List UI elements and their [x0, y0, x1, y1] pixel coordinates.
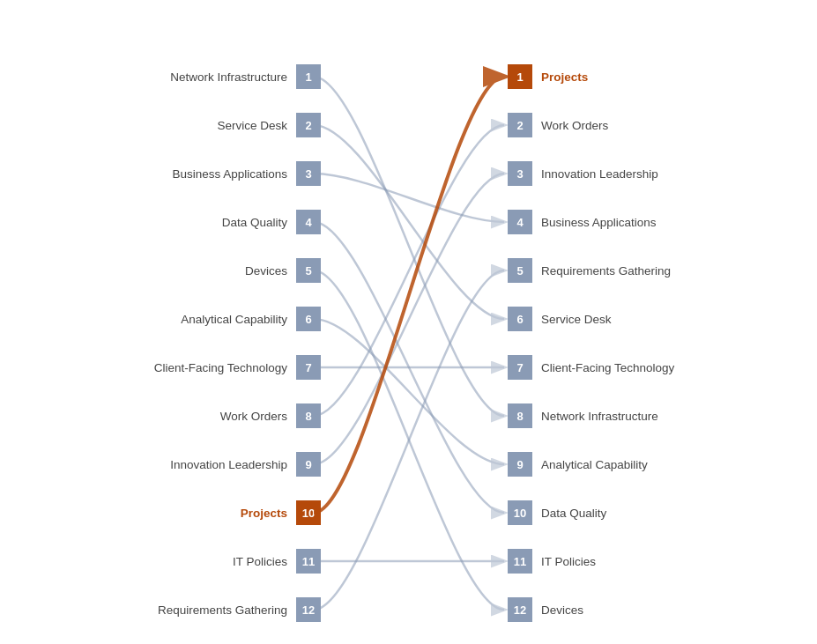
right-badge: 5 — [508, 258, 532, 283]
left-item-row: Data Quality4 — [0, 198, 326, 246]
left-item-row: Devices5 — [0, 247, 326, 294]
right-item-label: Innovation Leadership — [541, 167, 658, 181]
left-item-row: Work Orders8 — [0, 392, 326, 440]
chart-container: Network Infrastructure1Service Desk2Busi… — [0, 0, 817, 644]
left-badge: 4 — [296, 210, 321, 234]
right-badge: 11 — [508, 549, 532, 574]
left-item-row: Business Applications3 — [0, 150, 326, 197]
right-badge: 8 — [508, 403, 532, 428]
right-item-row: 12Devices — [502, 586, 817, 633]
right-item-row: 8Network Infrastructure — [502, 392, 817, 440]
left-item-row: Projects10 — [0, 489, 326, 537]
right-item-label: Projects — [541, 70, 588, 84]
right-item-row: 4Business Applications — [502, 198, 817, 246]
right-item-label: Requirements Gathering — [541, 264, 671, 278]
left-item-label: Data Quality — [222, 216, 287, 229]
left-item-row: Innovation Leadership9 — [0, 440, 326, 488]
right-item-label: Network Infrastructure — [541, 410, 658, 423]
left-badge: 10 — [296, 500, 321, 525]
left-item-label: Client-Facing Technology — [154, 361, 287, 374]
right-item-label: Service Desk — [541, 313, 612, 326]
left-badge: 2 — [296, 113, 321, 137]
left-item-label: Work Orders — [220, 410, 287, 423]
left-badge: 1 — [296, 64, 321, 89]
left-item-row: IT Policies11 — [0, 537, 326, 585]
right-item-label: Work Orders — [541, 119, 608, 132]
left-column: Network Infrastructure1Service Desk2Busi… — [0, 53, 326, 634]
left-item-row: Network Infrastructure1 — [0, 53, 326, 100]
left-item-label: Business Applications — [172, 167, 287, 181]
right-item-label: IT Policies — [541, 555, 596, 568]
right-item-row: 2Work Orders — [502, 101, 817, 149]
right-badge: 12 — [508, 597, 532, 622]
right-item-label: Devices — [541, 603, 583, 617]
right-badge: 2 — [508, 113, 532, 137]
right-item-row: 9Analytical Capability — [502, 440, 817, 488]
left-item-row: Client-Facing Technology7 — [0, 344, 326, 391]
right-item-row: 5Requirements Gathering — [502, 247, 817, 294]
left-badge: 12 — [296, 597, 321, 622]
right-item-label: Analytical Capability — [541, 458, 648, 471]
right-item-label: Data Quality — [541, 507, 606, 520]
left-item-row: Service Desk2 — [0, 101, 326, 149]
left-badge: 5 — [296, 258, 321, 283]
left-badge: 3 — [296, 161, 321, 186]
right-item-row: 1Projects — [502, 53, 817, 100]
left-badge: 11 — [296, 549, 321, 574]
left-item-label: Analytical Capability — [181, 313, 287, 326]
right-badge: 7 — [508, 355, 532, 380]
right-badge: 9 — [508, 452, 532, 477]
right-badge: 1 — [508, 64, 532, 89]
left-item-label: Projects — [241, 507, 287, 520]
right-badge: 4 — [508, 210, 532, 234]
right-item-label: Business Applications — [541, 216, 657, 229]
left-item-label: IT Policies — [233, 555, 287, 568]
left-item-label: Innovation Leadership — [170, 458, 287, 471]
right-item-row: 11IT Policies — [502, 537, 817, 585]
right-badge: 3 — [508, 161, 532, 186]
right-badge: 6 — [508, 307, 532, 331]
right-item-row: 7Client-Facing Technology — [502, 344, 817, 391]
left-item-row: Analytical Capability6 — [0, 295, 326, 343]
left-badge: 8 — [296, 403, 321, 428]
left-badge: 7 — [296, 355, 321, 380]
left-item-label: Network Infrastructure — [170, 70, 287, 84]
left-badge: 9 — [296, 452, 321, 477]
left-item-row: Requirements Gathering12 — [0, 586, 326, 633]
left-item-label: Requirements Gathering — [158, 603, 287, 617]
right-item-row: 3Innovation Leadership — [502, 150, 817, 197]
right-item-row: 10Data Quality — [502, 489, 817, 537]
left-item-label: Devices — [245, 264, 287, 278]
right-badge: 10 — [508, 500, 532, 525]
left-badge: 6 — [296, 307, 321, 331]
left-item-label: Service Desk — [217, 119, 287, 132]
right-item-row: 6Service Desk — [502, 295, 817, 343]
right-item-label: Client-Facing Technology — [541, 361, 674, 374]
right-column: 1Projects2Work Orders3Innovation Leaders… — [502, 53, 817, 634]
